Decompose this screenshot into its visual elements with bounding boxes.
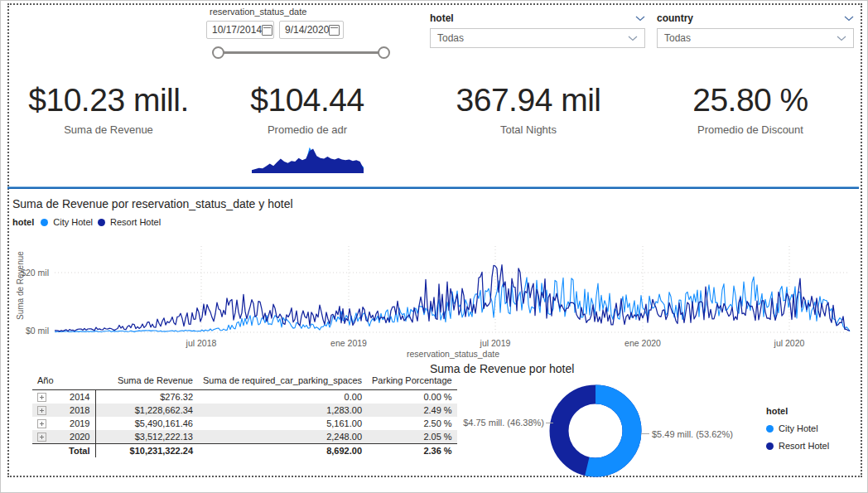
line-chart-x-axis-title: reservation_status_date (407, 349, 499, 359)
date-slicer-title: reservation_status_date (210, 7, 306, 17)
x-tick-label: jul 2018 (186, 338, 217, 348)
country-dropdown-value[interactable]: Todas (664, 32, 691, 44)
parking-cell: 2,248.00 (198, 430, 367, 444)
kpi-label-adr: Promedio de adr (224, 123, 390, 136)
country-slicer-header[interactable]: country (657, 12, 854, 24)
donut-label-resort: $4.75 mill. (46.38%) (440, 418, 544, 428)
hotel-slicer-title: hotel (430, 12, 454, 24)
revenue-line-chart-plot[interactable] (55, 239, 851, 337)
kpi-label-revenue: Suma de Revenue (17, 123, 200, 136)
revenue-cell: $1,228,662.34 (95, 404, 198, 417)
donut-leader-line-left (546, 423, 553, 423)
kpi-value-revenue: $10.23 mill. (17, 82, 200, 118)
kpi-card-nights: 367.94 mil Total Nights (446, 82, 611, 136)
adr-trend-sparkline (252, 143, 364, 173)
chevron-down-icon[interactable] (628, 36, 638, 41)
chevron-down-icon[interactable] (635, 16, 645, 22)
city-hotel-legend-label[interactable]: City Hotel (779, 423, 818, 433)
table-header-0[interactable]: Año (32, 373, 95, 390)
kpi-card-adr: $104.44 Promedio de adr (224, 82, 390, 136)
pct-cell: 0.00 % (367, 390, 457, 404)
hotel-dropdown[interactable]: Todas (430, 28, 645, 48)
x-tick-label: ene 2020 (624, 338, 661, 348)
date-end-value[interactable]: 9/14/2020 (285, 24, 329, 36)
year-cell: 2019 (70, 418, 89, 428)
expand-icon[interactable] (37, 406, 46, 415)
country-slicer-title: country (657, 12, 693, 24)
y-tick-0mil: $0 mil (12, 326, 49, 336)
year-cell: 2018 (70, 405, 89, 415)
donut-chart-title: Suma de Revenue por hotel (430, 362, 574, 375)
pct-cell: 2.05 % (367, 430, 457, 444)
donut-legend-title: hotel (766, 406, 827, 416)
parking-matrix-table[interactable]: AñoSuma de RevenueSuma de required_car_p… (32, 373, 457, 457)
x-tick-label: jul 2019 (480, 338, 511, 348)
table-row[interactable]: 2020$3,512,222.132,248.002.05 % (32, 430, 457, 444)
powerbi-report-canvas: reservation_status_date 10/17/2014 9/14/… (0, 0, 868, 493)
revenue-cell: $3,512,222.13 (95, 430, 198, 444)
table-row[interactable]: 2014$276.320.000.00 % (32, 390, 457, 404)
date-range-slider-handle-start[interactable] (212, 46, 224, 59)
expand-icon[interactable] (37, 393, 46, 402)
donut-leader-line-right (641, 433, 649, 434)
kpi-card-revenue: $10.23 mill. Suma de Revenue (17, 82, 200, 136)
kpi-card-discount: 25.80 % Promedio de Discount (668, 82, 833, 136)
revenue-cell: $10,231,322.24 (95, 444, 198, 458)
revenue-cell: $5,490,161.46 (95, 417, 198, 430)
table-row[interactable]: 2018$1,228,662.341,283.002.49 % (32, 404, 457, 417)
table-header-1[interactable]: Suma de Revenue (95, 373, 198, 390)
line-chart-title: Suma de Revenue por reservation_status_d… (12, 197, 293, 210)
city-hotel-legend-dot (766, 425, 774, 433)
section-divider-line (7, 186, 859, 189)
city-hotel-legend-label[interactable]: City Hotel (53, 217, 93, 227)
parking-cell: 8,692.00 (198, 444, 367, 458)
chevron-down-icon[interactable] (844, 16, 854, 22)
resort-hotel-legend-label[interactable]: Resort Hotel (110, 217, 161, 227)
kpi-value-nights: 367.94 mil (446, 82, 611, 118)
kpi-value-adr: $104.44 (224, 82, 390, 118)
date-range-slider-handle-end[interactable] (378, 46, 390, 59)
hotel-slicer-header[interactable]: hotel (430, 12, 645, 24)
revenue-donut-chart[interactable] (547, 383, 644, 479)
city-hotel-legend-dot (41, 219, 48, 226)
year-cell: 2014 (70, 392, 89, 402)
legend-title: hotel (12, 217, 34, 227)
date-start-value[interactable]: 10/17/2014 (212, 24, 262, 36)
line-chart-y-axis-title: Suma de Revenue (16, 251, 25, 320)
date-start-input[interactable]: 10/17/2014 (206, 21, 274, 39)
hotel-dropdown-value[interactable]: Todas (437, 32, 464, 44)
table-header-2[interactable]: Suma de required_car_parking_spaces (198, 373, 367, 390)
x-tick-label: jul 2020 (774, 338, 805, 348)
parking-cell: 5,161.00 (198, 417, 367, 430)
x-tick-label: ene 2019 (330, 338, 367, 348)
date-end-input[interactable]: 9/14/2020 (279, 21, 344, 39)
resort-hotel-legend-label[interactable]: Resort Hotel (779, 441, 829, 451)
table-row[interactable]: Total$10,231,322.248,692.002.36 % (32, 444, 457, 458)
year-cell: Total (69, 446, 89, 456)
kpi-value-discount: 25.80 % (668, 82, 833, 118)
kpi-label-discount: Promedio de Discount (668, 123, 833, 136)
line-chart-legend[interactable]: hotel City Hotel Resort Hotel (12, 217, 161, 227)
year-cell: 2020 (70, 432, 89, 442)
resort-hotel-legend-dot (98, 219, 105, 226)
table-header-3[interactable]: Parking Porcentage (367, 373, 457, 390)
y-tick-20mil: $20 mil (12, 268, 49, 278)
date-range-slider-track[interactable] (221, 51, 387, 54)
table-row[interactable]: 2019$5,490,161.465,161.002.50 % (32, 417, 457, 430)
parking-cell: 1,283.00 (198, 404, 367, 417)
country-dropdown[interactable]: Todas (657, 28, 854, 48)
kpi-label-nights: Total Nights (446, 123, 611, 136)
donut-label-city: $5.49 mill. (53.62%) (652, 429, 733, 439)
pct-cell: 2.36 % (367, 444, 457, 458)
expand-icon[interactable] (37, 433, 46, 442)
calendar-icon[interactable] (262, 25, 272, 36)
calendar-icon[interactable] (329, 25, 340, 36)
resort-hotel-legend-dot (766, 442, 774, 450)
revenue-cell: $276.32 (95, 390, 198, 404)
parking-cell: 0.00 (198, 390, 367, 404)
pct-cell: 2.49 % (367, 404, 457, 417)
expand-icon[interactable] (37, 419, 46, 428)
donut-legend[interactable]: hotel City Hotel Resort Hotel (766, 406, 829, 451)
chevron-down-icon[interactable] (837, 36, 846, 41)
